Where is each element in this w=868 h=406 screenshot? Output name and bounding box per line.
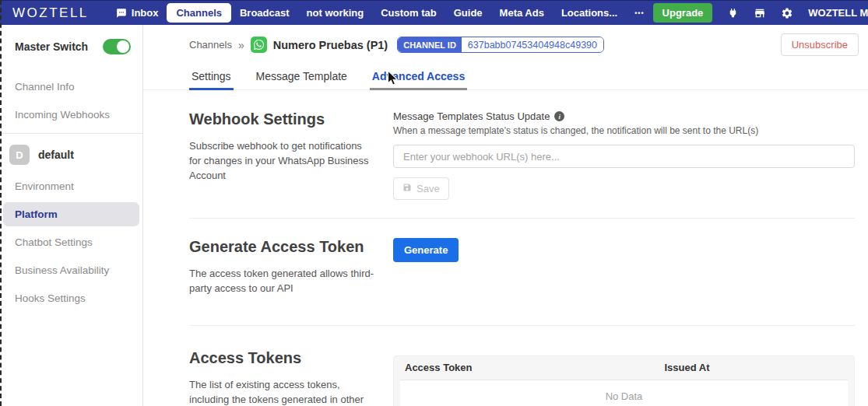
tab-content: Webhook Settings Subscribe webhook to ge… — [143, 90, 868, 406]
webhook-field-label: Message Templates Status Update — [393, 110, 550, 122]
page-header: Channels » Numero Pruebas (P1) CHANNEL I… — [143, 25, 868, 63]
gear-icon[interactable] — [781, 7, 793, 19]
tab-settings[interactable]: Settings — [189, 63, 234, 90]
section-description: The list of existing access tokens, incl… — [189, 378, 374, 406]
webhook-field-help: When a message template's status is chan… — [393, 125, 855, 136]
save-button[interactable]: Save — [393, 177, 449, 200]
sidebar-item-environment[interactable]: Environment — [0, 174, 142, 198]
sidebar-item-channel-info[interactable]: Channel Info — [0, 75, 142, 99]
access-tokens-table: Access Token Issued At No Data — [393, 355, 855, 406]
generate-button[interactable]: Generate — [393, 238, 459, 262]
section-divider — [189, 218, 855, 219]
generate-token-actions: Generate — [393, 238, 855, 296]
whatsapp-icon — [251, 37, 267, 53]
channel-id-badge: CHANNEL ID 637babb07453404948c49390 — [397, 37, 604, 53]
master-switch-toggle[interactable] — [103, 39, 131, 54]
storefront-icon[interactable] — [754, 7, 766, 19]
save-button-label: Save — [416, 183, 440, 194]
screen-left-dashed-edge — [0, 0, 2, 406]
section-title: Access Tokens — [189, 349, 374, 367]
sidebar-item-business-availability[interactable]: Business Availability — [0, 258, 142, 282]
column-header-issued-at: Issued At — [660, 362, 849, 373]
unsubscribe-button[interactable]: Unsubscribe — [781, 33, 859, 56]
channel-name: Numero Pruebas (P1) — [273, 39, 388, 51]
plug-icon[interactable] — [727, 7, 739, 19]
nav-right-cluster: Upgrade WOZTELL Marketp... ▾ — [653, 3, 868, 23]
nav-item-not-working[interactable]: not working — [298, 4, 373, 22]
sidebar-item-platform[interactable]: Platform — [3, 202, 139, 226]
access-tokens-table-area: Access Token Issued At No Data — [393, 349, 855, 406]
channel-id-value: 637babb07453404948c49390 — [462, 37, 603, 52]
environment-group-row[interactable]: D default — [0, 142, 142, 168]
tab-message-template[interactable]: Message Template — [254, 63, 350, 90]
table-empty-state: No Data — [400, 380, 848, 406]
nav-menu: Inbox Channels Broadcast not working Cus… — [107, 3, 653, 23]
column-header-access-token: Access Token — [400, 362, 660, 373]
webhook-settings-section: Webhook Settings Subscribe webhook to ge… — [189, 110, 855, 200]
webhook-url-input[interactable] — [393, 145, 855, 168]
table-header-row: Access Token Issued At — [400, 356, 848, 380]
info-icon[interactable]: i — [554, 111, 564, 121]
toggle-knob — [117, 40, 129, 53]
sidebar-item-chatbot-settings[interactable]: Chatbot Settings — [0, 230, 142, 254]
nav-item-custom-tab[interactable]: Custom tab — [372, 4, 445, 22]
sidebar-divider — [0, 133, 142, 134]
generate-token-intro: Generate Access Token The access token g… — [189, 238, 374, 296]
sidebar-item-incoming-webhooks[interactable]: Incoming Webhooks — [0, 103, 142, 127]
nav-more-menu[interactable]: ••• — [626, 6, 652, 20]
account-label: WOZTELL Marketp... — [808, 7, 868, 19]
section-divider — [189, 325, 855, 326]
nav-item-locations[interactable]: Locations... — [553, 4, 626, 22]
account-dropdown[interactable]: WOZTELL Marketp... ▾ — [808, 7, 868, 19]
breadcrumb[interactable]: Channels — [189, 39, 232, 51]
channel-sidebar: Master Switch Channel Info Incoming Webh… — [0, 25, 143, 406]
webhook-settings-form: Message Templates Status Update i When a… — [393, 110, 855, 200]
woztell-logo: WOZTELL — [12, 5, 89, 21]
top-navbar: WOZTELL Inbox Channels Broadcast not wor… — [0, 0, 868, 25]
nav-item-guide[interactable]: Guide — [445, 4, 491, 22]
access-tokens-section: Access Tokens The list of existing acces… — [189, 349, 855, 406]
nav-item-meta-ads[interactable]: Meta Ads — [491, 4, 553, 22]
master-switch-row: Master Switch — [0, 39, 142, 54]
nav-item-channels[interactable]: Channels — [167, 3, 231, 23]
section-title: Generate Access Token — [189, 238, 374, 256]
chat-bubble-icon — [116, 8, 127, 19]
channel-id-label: CHANNEL ID — [398, 37, 462, 52]
access-tokens-intro: Access Tokens The list of existing acces… — [189, 349, 374, 406]
nav-item-broadcast[interactable]: Broadcast — [231, 4, 298, 22]
sidebar-item-hooks-settings[interactable]: Hooks Settings — [0, 286, 142, 310]
tab-advanced-access[interactable]: Advanced Access — [370, 63, 467, 90]
nav-item-inbox[interactable]: Inbox — [107, 4, 167, 22]
section-title: Webhook Settings — [189, 110, 374, 128]
section-description: The access token generated allows third-… — [189, 267, 374, 296]
webhook-settings-intro: Webhook Settings Subscribe webhook to ge… — [189, 110, 374, 200]
avatar: D — [9, 145, 30, 165]
field-label-row: Message Templates Status Update i — [393, 110, 855, 122]
nav-item-label: Inbox — [132, 7, 159, 19]
master-switch-label: Master Switch — [15, 40, 88, 53]
generate-token-section: Generate Access Token The access token g… — [189, 238, 855, 296]
breadcrumb-separator: » — [238, 39, 244, 51]
save-icon — [402, 183, 412, 194]
channel-tabs: Settings Message Template Advanced Acces… — [143, 63, 868, 90]
section-description: Subscribe webhook to get notifications f… — [189, 139, 374, 184]
main-panel: Channels » Numero Pruebas (P1) CHANNEL I… — [143, 25, 868, 406]
environment-group-label: default — [38, 149, 74, 161]
upgrade-button[interactable]: Upgrade — [653, 3, 713, 23]
